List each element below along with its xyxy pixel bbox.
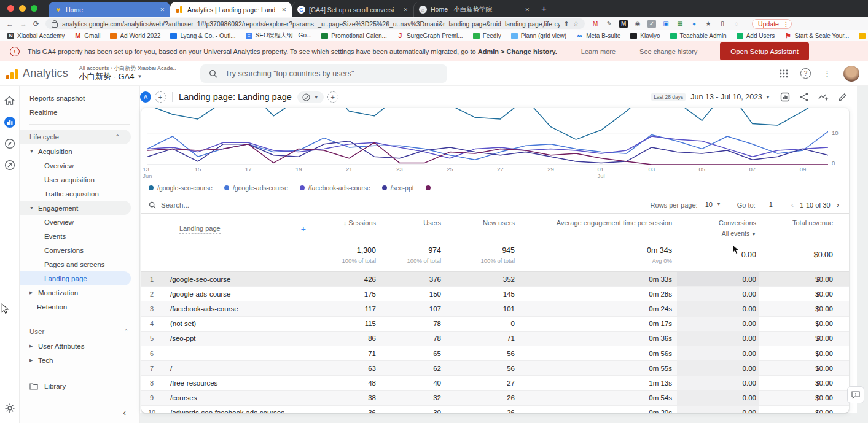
apps-grid-icon[interactable] (780, 69, 788, 78)
sidebar-item-user[interactable]: User⌃ (20, 324, 139, 339)
macos-window-controls[interactable] (7, 5, 37, 12)
reload-icon[interactable]: ⟳ (33, 20, 39, 28)
bookmark-klaviyo[interactable]: Klaviyo (630, 33, 660, 39)
sidebar-item-conversions[interactable]: Conversions (20, 243, 139, 257)
ga-search-bar[interactable]: Try searching "top countries by users" (200, 64, 447, 83)
caret-right-icon[interactable]: ▶ (29, 344, 34, 349)
bookmark-plann-grid-view[interactable]: Plann (grid view) (511, 33, 566, 39)
segment-all-users-badge[interactable]: A (140, 91, 151, 103)
row-landing-page[interactable]: /seo-ppt (162, 332, 315, 346)
new-tab-button[interactable]: + (541, 3, 547, 14)
column-landing-page[interactable]: Landing page + (141, 219, 315, 239)
row-landing-page[interactable]: (not set) (162, 317, 315, 331)
legend-item-google-seo-course[interactable]: /google-seo-course (149, 184, 213, 192)
table-row-6[interactable]: 67165560m 56s0.00$0.00 (141, 346, 849, 361)
feedback-button[interactable] (847, 386, 864, 403)
browser-tab-ga4-set-up-a-scroll-conversi[interactable]: G[GA4] Set up a scroll conversi✕ (292, 2, 413, 17)
row-landing-page[interactable]: /adwords-seo-facebook-ads-courses (162, 406, 315, 413)
landing-page-header-label[interactable]: Landing page (179, 225, 221, 234)
extension-icon[interactable]: M (591, 20, 600, 28)
browser-menu-icon[interactable]: ⋮ (783, 20, 789, 28)
share-icon[interactable]: ⬆ (564, 20, 569, 27)
bookmark-meta-b-suite[interactable]: ∞Meta B-suite (576, 33, 620, 39)
minimize-window-icon[interactable] (19, 5, 26, 12)
row-landing-page[interactable]: /facebook-ads-course (162, 301, 315, 316)
table-row-5[interactable]: 5/seo-ppt8678710m 36s0.00$0.00 (141, 332, 849, 346)
home-icon[interactable] (4, 95, 16, 107)
column-users[interactable]: Users (381, 219, 446, 227)
table-row-4[interactable]: 4(not set)1157800m 17s0.00$0.00 (141, 317, 849, 332)
customize-chart-icon[interactable] (780, 92, 790, 102)
bookmark-ad-world-2022[interactable]: Ad World 2022 (110, 33, 160, 39)
sidebar-item-life-cycle[interactable]: Life cycle⌃ (20, 130, 131, 144)
column-sessions[interactable]: ↓ Sessions (315, 219, 381, 227)
bookmark-lyang-co-outl[interactable]: Lyang & Co. - Outl... (170, 33, 235, 39)
see-change-history-link[interactable]: See change history (639, 48, 697, 55)
sidebar-item-user-attributes[interactable]: ▶User Attributes (20, 339, 139, 353)
extension-icon[interactable]: ◉ (633, 20, 642, 28)
row-landing-page[interactable] (162, 346, 315, 360)
sidebar-item-engagement[interactable]: ▼Engagement (20, 201, 131, 215)
sidebar-item-traffic-acquisition[interactable]: Traffic acquisition (20, 187, 139, 201)
forward-icon[interactable]: → (20, 20, 27, 28)
sessions-line-chart[interactable]: 10 0 (147, 108, 828, 165)
row-landing-page[interactable]: /google-seo-course (162, 272, 315, 286)
table-row-10[interactable]: 10/adwords-seo-facebook-ads-courses36302… (141, 406, 849, 413)
more-options-icon[interactable]: ⋮ (823, 69, 831, 78)
column-avg-engagement[interactable]: Average engagement time per session (520, 219, 677, 227)
next-page-icon[interactable]: › (837, 200, 839, 209)
property-selector[interactable]: 小白新势 - GA4▼ (79, 72, 176, 82)
learn-more-link[interactable]: Learn more (581, 48, 616, 55)
sidebar-item-library[interactable]: Library (20, 377, 139, 395)
table-row-3[interactable]: 3/facebook-ads-course1171071010m 24s0.00… (141, 301, 849, 316)
extension-icon[interactable]: ▣ (662, 20, 670, 28)
bookmark-star-icon[interactable]: ☆ (573, 20, 579, 27)
bookmark-promotional-calen[interactable]: Promotional Calen... (321, 33, 387, 39)
bookmark-xiaobai-academy[interactable]: NXiaobai Academy (7, 33, 65, 39)
user-avatar[interactable] (843, 66, 859, 82)
legend-item-seo-ppt[interactable]: /seo-ppt (382, 184, 414, 192)
table-search-input[interactable]: Search... (161, 201, 189, 209)
close-window-icon[interactable] (7, 5, 14, 12)
bookmark-gmail[interactable]: MGmail (74, 33, 100, 39)
help-icon[interactable]: ? (800, 68, 811, 79)
sidebar-item-reports-snapshot[interactable]: Reports snapshot (20, 91, 139, 105)
back-icon[interactable]: ← (6, 20, 14, 28)
column-new-users[interactable]: New users (446, 219, 520, 227)
report-customized-badge[interactable]: ▼ (297, 91, 324, 103)
sidebar-item-overview[interactable]: Overview (20, 158, 139, 173)
table-row-7[interactable]: 7/6362560m 55s0.00$0.00 (141, 361, 849, 376)
legend-item-other[interactable] (426, 185, 431, 190)
extension-icon[interactable]: ◌ (732, 20, 741, 28)
conversions-event-filter[interactable]: All events ▼ (677, 230, 756, 237)
bookmark-seo-go[interactable]: ≡SEO课程大纲 - Go... (246, 31, 312, 40)
edit-report-icon[interactable] (838, 93, 847, 102)
bookmark-surgegraph-premi[interactable]: JSurgeGraph Premi... (397, 33, 463, 39)
table-row-8[interactable]: 8/free-resources4840271m 13s0.00$0.00 (141, 376, 849, 390)
insights-icon[interactable] (818, 92, 829, 102)
sidebar-item-tech[interactable]: ▶Tech (20, 353, 139, 367)
table-row-2[interactable]: 2/google-ads-course1751501450m 28s0.00$0… (141, 287, 849, 301)
caret-right-icon[interactable]: ▶ (29, 290, 34, 295)
table-row-9[interactable]: 9/courses3832260m 54s0.00$0.00 (141, 391, 849, 406)
sidebar-item-user-acquisition[interactable]: User acquisition (20, 173, 139, 187)
bookmark-start-scale-your[interactable]: ⚑Start & Scale Your... (784, 33, 849, 39)
open-setup-assistant-button[interactable]: Open Setup Assistant (720, 42, 809, 60)
bookmark-feedly[interactable]: Feedly (473, 33, 501, 39)
bookmark-add-users[interactable]: Add Users (737, 33, 775, 39)
collapse-sidebar-button[interactable]: ‹ (20, 402, 139, 423)
maximize-window-icon[interactable] (31, 5, 37, 12)
sidebar-item-events[interactable]: Events (20, 229, 139, 243)
sidebar-item-landing-page[interactable]: Landing page (20, 271, 131, 285)
rows-per-page-select[interactable]: 10▼ (704, 201, 722, 209)
chevron-up-icon[interactable]: ⌃ (115, 134, 120, 140)
sidebar-item-acquisition[interactable]: ▼Acquisition (20, 144, 139, 158)
date-range-selector[interactable]: Jun 13 - Jul 10, 2023▼ (690, 93, 770, 101)
extension-icon[interactable]: ● (690, 20, 698, 28)
sidebar-item-monetization[interactable]: ▶Monetization (20, 285, 139, 300)
explore-icon[interactable] (4, 138, 16, 150)
caret-down-icon[interactable]: ▼ (29, 206, 34, 210)
bookmark-teachable-admin[interactable]: Teachable Admin (670, 33, 727, 39)
bookmark-ecommerce-case[interactable]: eCommerce Case... (859, 33, 868, 39)
tab-close-icon[interactable]: ✕ (403, 7, 408, 13)
